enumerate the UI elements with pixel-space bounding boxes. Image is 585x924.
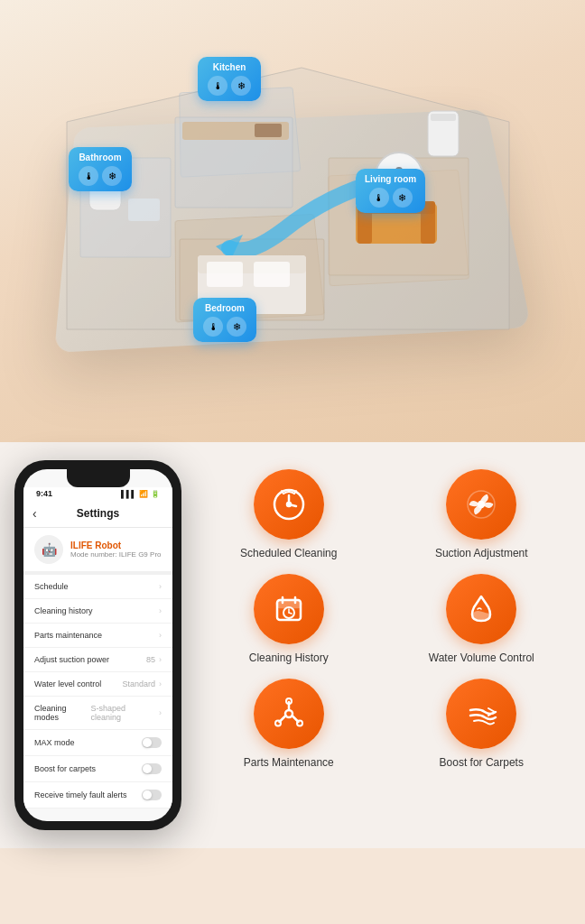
- room-badge-bedroom: Bedroom 🌡 ❄: [193, 298, 256, 342]
- badge-icon-temp: 🌡: [369, 188, 389, 208]
- svg-point-44: [275, 721, 281, 726]
- device-info: 🤖 ILIFE Robot Mode number: ILIFE G9 Pro: [23, 528, 172, 575]
- features-grid: Scheduled Cleaning Suction Adjustment: [200, 460, 571, 769]
- status-icons: ▌▌▌ 📶 🔋: [121, 490, 160, 498]
- feature-icon-scheduled-cleaning: [254, 469, 324, 540]
- signal-icon: ▌▌▌: [121, 490, 136, 498]
- settings-value-water: Standard: [122, 679, 155, 688]
- feature-water-volume: Water Volume Control: [393, 574, 571, 664]
- badge-icon-fan: ❄: [393, 188, 413, 208]
- svg-rect-32: [277, 600, 301, 607]
- settings-item-schedule[interactable]: Schedule ›: [23, 575, 172, 599]
- feature-icon-parts-maintenance: [254, 679, 324, 749]
- settings-item-cleaning-history[interactable]: Cleaning history ›: [23, 599, 172, 624]
- feature-scheduled-cleaning: Scheduled Cleaning: [200, 469, 378, 559]
- settings-label-water-level: Water level control: [34, 679, 101, 688]
- settings-label-cleaning-history: Cleaning history: [34, 606, 93, 615]
- settings-item-parts-maintenance[interactable]: Parts maintenance ›: [23, 624, 172, 648]
- feature-icon-cleaning-history: [254, 574, 324, 644]
- room-3d-map: Kitchen 🌡 ❄ Bathroom 🌡 ❄ Living room 🌡 ❄: [31, 32, 554, 411]
- feature-label-boost-carpets: Boost for Carpets: [440, 756, 524, 769]
- bottom-section: 9:41 ▌▌▌ 📶 🔋 ‹ Settings 🤖 ILIFE Robot Mo…: [0, 442, 585, 848]
- settings-item-water-level[interactable]: Water level control Standard ›: [23, 672, 172, 697]
- room-badge-living: Living room 🌡 ❄: [356, 169, 425, 213]
- status-bar: 9:41 ▌▌▌ 📶 🔋: [23, 487, 172, 502]
- settings-header: ‹ Settings: [23, 502, 172, 528]
- feature-label-cleaning-history: Cleaning History: [249, 651, 329, 664]
- toggle-fault-alerts[interactable]: [142, 790, 162, 800]
- settings-item-max-mode[interactable]: MAX mode: [23, 730, 172, 756]
- device-model: Mode number: ILIFE G9 Pro: [70, 550, 162, 559]
- settings-arrow-schedule: ›: [159, 582, 162, 591]
- feature-label-water-volume: Water Volume Control: [429, 651, 534, 664]
- feature-suction-adjustment: Suction Adjustment: [393, 469, 571, 559]
- feature-label-suction-adjustment: Suction Adjustment: [435, 547, 528, 559]
- feature-cleaning-history: Cleaning History: [200, 574, 378, 664]
- phone-mockup: 9:41 ▌▌▌ 📶 🔋 ‹ Settings 🤖 ILIFE Robot Mo…: [14, 460, 181, 830]
- badge-icon-fan: ❄: [227, 317, 246, 337]
- room-badge-bathroom: Bathroom 🌡 ❄: [69, 147, 132, 191]
- settings-label-max-mode: MAX mode: [34, 738, 75, 747]
- settings-label-cleaning-modes: Cleaning modes: [34, 704, 91, 722]
- feature-parts-maintenance: Parts Maintenance: [200, 679, 378, 769]
- badge-icon-fan: ❄: [231, 76, 251, 96]
- settings-item-suction-power[interactable]: Adjust suction power 85 ›: [23, 648, 172, 672]
- feature-icon-boost-carpets: [446, 679, 516, 749]
- settings-label-boost-carpets: Boost for carpets: [34, 764, 96, 773]
- phone-notch: [67, 469, 130, 487]
- settings-arrow-parts-maintenance: ›: [159, 631, 162, 640]
- room-badge-kitchen: Kitchen 🌡 ❄: [198, 57, 261, 101]
- settings-label-parts-maintenance: Parts maintenance: [34, 631, 102, 640]
- device-name: ILIFE Robot: [70, 541, 162, 550]
- toggle-max-mode[interactable]: [142, 737, 162, 748]
- feature-label-scheduled-cleaning: Scheduled Cleaning: [240, 547, 337, 559]
- settings-arrow-water: ›: [159, 679, 162, 688]
- settings-item-boost-carpets[interactable]: Boost for carpets: [23, 756, 172, 782]
- badge-icon-temp: 🌡: [203, 317, 223, 337]
- status-time: 9:41: [36, 489, 52, 498]
- settings-item-cleaning-modes[interactable]: Cleaning modes S-shaped cleaning ›: [23, 697, 172, 730]
- settings-arrow-cleaning-modes: ›: [159, 708, 162, 717]
- settings-value-suction: 85: [146, 655, 155, 664]
- wifi-icon: 📶: [139, 490, 148, 498]
- feature-boost-carpets: Boost for Carpets: [393, 679, 571, 769]
- settings-item-fault-alerts[interactable]: Receive timely fault alerts: [23, 782, 172, 808]
- settings-list: Schedule › Cleaning history › Parts main…: [23, 575, 172, 808]
- toggle-boost-carpets[interactable]: [142, 763, 162, 774]
- settings-label-suction-power: Adjust suction power: [34, 655, 109, 664]
- svg-point-28: [287, 503, 291, 506]
- device-avatar: 🤖: [34, 535, 63, 564]
- settings-arrow-cleaning-history: ›: [159, 606, 162, 615]
- settings-label-fault-alerts: Receive timely fault alerts: [34, 790, 127, 799]
- svg-line-37: [289, 613, 292, 614]
- feature-icon-suction-adjustment: [446, 469, 516, 540]
- settings-label-schedule: Schedule: [34, 582, 69, 591]
- feature-label-parts-maintenance: Parts Maintenance: [244, 756, 334, 769]
- phone-screen: 9:41 ▌▌▌ 📶 🔋 ‹ Settings 🤖 ILIFE Robot Mo…: [23, 469, 172, 821]
- svg-point-42: [297, 721, 302, 726]
- back-button[interactable]: ‹: [32, 506, 37, 521]
- settings-arrow-suction: ›: [159, 655, 162, 664]
- badge-icon-temp: 🌡: [79, 166, 98, 186]
- battery-icon: 🔋: [151, 490, 160, 498]
- badge-icon-temp: 🌡: [208, 76, 228, 96]
- room-illustration-section: Kitchen 🌡 ❄ Bathroom 🌡 ❄ Living room 🌡 ❄: [0, 0, 585, 442]
- settings-value-cleaning-modes: S-shaped cleaning: [91, 704, 155, 722]
- settings-title: Settings: [77, 507, 119, 520]
- feature-icon-water-volume: [446, 574, 516, 644]
- device-text: ILIFE Robot Mode number: ILIFE G9 Pro: [70, 541, 162, 559]
- badge-icon-fan: ❄: [102, 166, 122, 186]
